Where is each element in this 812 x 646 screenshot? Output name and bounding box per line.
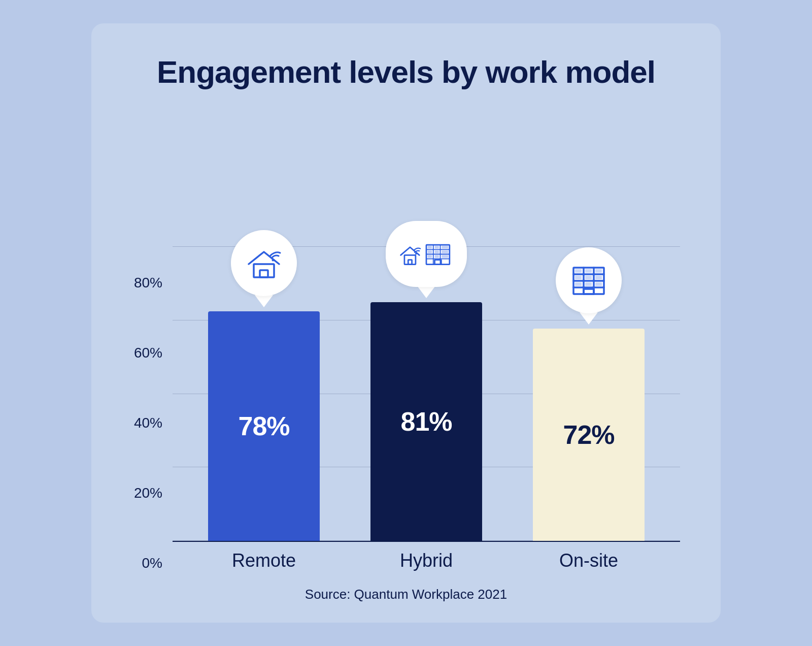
svg-rect-17 (442, 250, 448, 253)
bar-label-remote: 78% (238, 411, 289, 441)
svg-rect-14 (442, 246, 448, 249)
svg-rect-13 (435, 246, 439, 249)
bar-hybrid: 81% (370, 302, 482, 541)
svg-rect-30 (595, 269, 602, 273)
x-label-onsite: On-site (533, 550, 645, 571)
svg-rect-28 (575, 269, 582, 273)
svg-rect-4 (408, 260, 412, 264)
svg-rect-16 (435, 250, 439, 253)
svg-rect-19 (435, 255, 439, 258)
bubble-body-hybrid (386, 221, 467, 287)
source-citation: Source: Quantum Workplace 2021 (305, 587, 507, 602)
y-label-0: 0% (132, 556, 162, 570)
svg-rect-35 (585, 282, 592, 286)
bubble-remote (231, 230, 297, 307)
x-labels: Remote Hybrid On-site (173, 542, 680, 571)
svg-rect-29 (585, 269, 592, 273)
y-label-60: 60% (132, 346, 162, 360)
x-label-remote: Remote (208, 550, 320, 571)
bubble-onsite (556, 247, 622, 325)
y-label-20: 20% (132, 486, 162, 500)
svg-rect-18 (428, 255, 432, 258)
x-label-hybrid: Hybrid (370, 550, 482, 571)
svg-rect-12 (428, 246, 432, 249)
y-label-80: 80% (132, 276, 162, 290)
bar-group-hybrid: 81% (370, 302, 482, 541)
svg-rect-20 (442, 255, 448, 258)
bubble-hybrid (386, 221, 467, 298)
svg-rect-34 (575, 282, 582, 286)
svg-point-2 (272, 259, 275, 261)
bar-remote: 78% (208, 311, 320, 541)
bar-onsite: 72% (533, 329, 645, 541)
y-axis: 0% 20% 40% 60% 80% (132, 276, 162, 570)
bars-section: 78% (173, 246, 680, 571)
bar-label-onsite: 72% (563, 419, 614, 450)
chart-title: Engagement levels by work model (157, 54, 655, 90)
remote-icon (244, 243, 284, 283)
bar-group-remote: 78% (208, 311, 320, 541)
svg-rect-15 (428, 250, 432, 253)
svg-rect-33 (595, 276, 602, 279)
svg-rect-36 (595, 282, 602, 286)
bubble-body-onsite (556, 247, 622, 313)
svg-rect-31 (575, 276, 582, 279)
y-label-40: 40% (132, 416, 162, 430)
svg-rect-37 (584, 289, 594, 294)
bubble-tail-onsite (580, 312, 598, 325)
hybrid-icon (398, 235, 454, 273)
grid-and-bars: 78% (173, 246, 680, 541)
bubble-tail-hybrid (417, 286, 435, 298)
chart-area: 0% 20% 40% 60% 80% (132, 120, 680, 571)
svg-rect-1 (260, 270, 268, 277)
bars-row: 78% (173, 246, 680, 541)
onsite-icon (568, 260, 609, 301)
svg-point-5 (415, 252, 417, 254)
svg-rect-32 (585, 276, 592, 279)
bar-label-hybrid: 81% (400, 406, 452, 437)
chart-container: Engagement levels by work model 0% 20% 4… (91, 23, 721, 623)
bubble-tail-remote (255, 295, 273, 307)
bubble-body-remote (231, 230, 297, 296)
bar-group-onsite: 72% (533, 329, 645, 541)
